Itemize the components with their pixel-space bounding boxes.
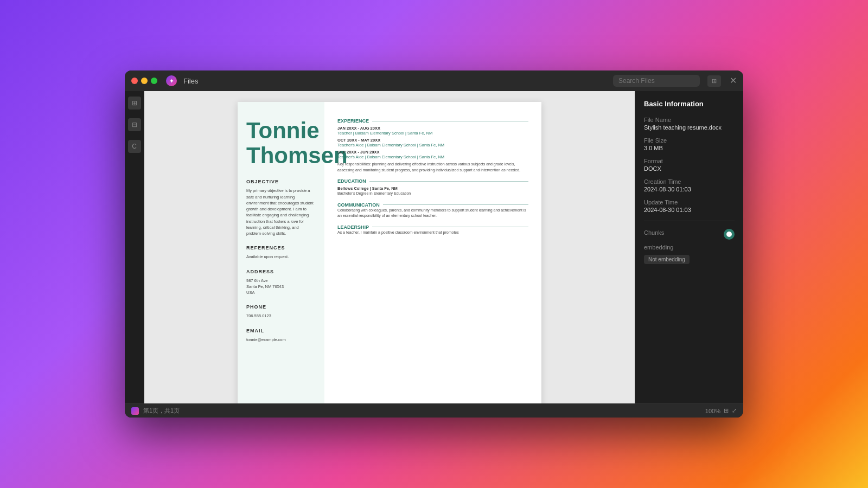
exp-description: Key responsibilities: planning and deliv…	[337, 162, 528, 173]
address-title: ADDRESS	[246, 269, 316, 274]
titlebar: ✦ Files ⊞ ✕	[125, 70, 743, 91]
exp1-date: JAN 20XX - AUG 20XX	[337, 126, 528, 131]
update-time-value: 2024-08-30 01:03	[644, 207, 735, 213]
document-page: Tonnie Thomsen OBJECTIVE My primary obje…	[238, 102, 541, 403]
chunks-toggle[interactable]	[724, 229, 735, 240]
communication-section-title: COMMUNICATION	[337, 202, 528, 208]
format-value: DOCX	[644, 165, 735, 172]
phone-value: 706.555.0123	[246, 313, 316, 319]
email-title: EMAIL	[246, 328, 316, 333]
edu-degree: Bachelor's Degree in Elementary Educatio…	[337, 191, 528, 197]
experience-section-title: EXPERIENCE	[337, 118, 528, 124]
file-name-value: Stylish teaching resume.docx	[644, 124, 735, 131]
communication-text: Collaborating with colleagues, parents, …	[337, 208, 528, 219]
close-traffic-light[interactable]	[131, 78, 138, 84]
maximize-traffic-light[interactable]	[151, 78, 157, 84]
creation-time-label: Creation Time	[644, 178, 735, 185]
info-divider	[644, 221, 735, 221]
window-body: ⊞ ⊟ C Tonnie Thomsen OBJECTIVE My primar…	[125, 91, 743, 403]
chunks-toggle-inner	[726, 232, 732, 237]
window-close-button[interactable]: ✕	[730, 76, 737, 85]
doc-right-column: EXPERIENCE JAN 20XX - AUG 20XX Teacher |…	[324, 102, 541, 403]
document-viewer[interactable]: Tonnie Thomsen OBJECTIVE My primary obje…	[144, 91, 635, 403]
search-input[interactable]	[613, 75, 700, 87]
sidebar: ⊞ ⊟ C	[125, 91, 144, 403]
app-window: ✦ Files ⊞ ✕ ⊞ ⊟ C Tonnie Thomsen OBJECTI…	[125, 70, 743, 418]
references-text: Available upon request.	[246, 254, 316, 260]
file-size-value: 3.0 MB	[644, 145, 735, 151]
education-section-title: EDUCATION	[337, 178, 528, 184]
sidebar-icon-3[interactable]: C	[128, 140, 141, 153]
chunks-section: Chunks embedding Not embedding	[644, 229, 735, 264]
chunks-label: Chunks	[644, 229, 664, 236]
zoom-level: 100%	[705, 408, 720, 414]
creation-time-row: Creation Time 2024-08-30 01:03	[644, 178, 735, 192]
sidebar-icon-1[interactable]: ⊞	[128, 97, 141, 110]
page-info: 第1页，共1页	[143, 407, 180, 415]
exp1-place: Teacher | Balsam Elementary School | San…	[337, 131, 528, 136]
info-panel: Basic Information File Name Stylish teac…	[635, 91, 743, 403]
status-bar: 第1页，共1页 100% ⊞ ⤢	[125, 403, 743, 418]
status-bar-logo	[131, 407, 139, 415]
format-label: Format	[644, 158, 735, 164]
leadership-text: As a teacher, I maintain a positive clas…	[337, 230, 528, 236]
objective-title: OBJECTIVE	[246, 179, 316, 184]
creation-time-value: 2024-08-30 01:03	[644, 186, 735, 192]
references-title: REFERENCES	[246, 245, 316, 251]
traffic-lights	[131, 78, 157, 84]
file-size-row: File Size 3.0 MB	[644, 137, 735, 151]
resume-name: Tonnie Thomsen	[246, 118, 316, 168]
email-value: tonnie@example.com	[246, 337, 316, 343]
view-mode-icon[interactable]: ⊞	[724, 407, 729, 414]
exp2-place: Teacher's Aide | Balsam Elementary Schoo…	[337, 143, 528, 147]
sidebar-icon-2[interactable]: ⊟	[128, 118, 141, 131]
app-logo: ✦	[166, 75, 177, 86]
update-time-label: Update Time	[644, 199, 735, 206]
phone-title: PHONE	[246, 304, 316, 310]
not-embedding-badge: Not embedding	[644, 255, 690, 264]
exp2-date: OCT 20XX - MAY 20XX	[337, 138, 528, 143]
leadership-section-title: LEADERSHIP	[337, 224, 528, 230]
format-row: Format DOCX	[644, 158, 735, 172]
address-line2: Santa Fe, NM 76543	[246, 284, 316, 290]
app-title: Files	[183, 77, 198, 85]
zoom-controls: 100% ⊞ ⤢	[705, 407, 737, 414]
expand-icon[interactable]: ⤢	[732, 407, 737, 414]
edu-place: Bellows College | Santa Fe, NM	[337, 186, 528, 191]
exp3-place: Teacher's Aide | Balsam Elementary Schoo…	[337, 155, 528, 159]
update-time-row: Update Time 2024-08-30 01:03	[644, 199, 735, 213]
minimize-traffic-light[interactable]	[141, 78, 148, 84]
info-panel-title: Basic Information	[644, 100, 735, 108]
file-name-row: File Name Stylish teaching resume.docx	[644, 117, 735, 131]
file-name-label: File Name	[644, 117, 735, 123]
address-line3: USA	[246, 290, 316, 296]
address-line1: 987 6th Ave	[246, 278, 316, 284]
embedding-label: embedding	[644, 244, 735, 251]
objective-text: My primary objective is to provide a saf…	[246, 188, 316, 236]
file-size-label: File Size	[644, 137, 735, 144]
toolbar-button[interactable]: ⊞	[707, 75, 721, 87]
exp3-date: SEP 20XX - JUN 20XX	[337, 150, 528, 155]
doc-left-column: Tonnie Thomsen OBJECTIVE My primary obje…	[238, 102, 324, 403]
